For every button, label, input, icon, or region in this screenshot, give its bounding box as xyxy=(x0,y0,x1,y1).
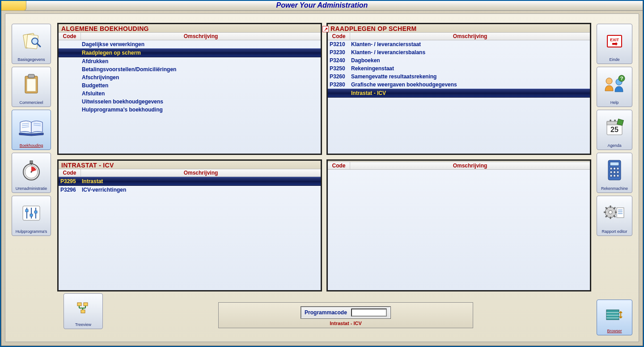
panel-intrastat-icv: INTRASTAT - ICV Code Omschrijving P3295I… xyxy=(57,159,322,291)
svg-point-16 xyxy=(30,171,32,172)
center-panels: ALGEMENE BOEKHOUDING Code Omschrijving D… xyxy=(57,23,591,291)
svg-line-53 xyxy=(614,215,615,217)
row-code xyxy=(328,90,350,97)
clipboard-icon xyxy=(13,69,50,99)
panel-raadplegen-op-scherm: ↗ RAADPLEGEN OP SCHERM Code Omschrijving… xyxy=(326,23,591,155)
column-headers: Code Omschrijving xyxy=(328,32,590,40)
list-row[interactable]: Afdrukken xyxy=(59,57,321,65)
svg-rect-68 xyxy=(606,310,619,320)
row-code: P3295 xyxy=(59,178,81,185)
panel-rows: Dagelijkse verwerkingenRaadplegen op sch… xyxy=(59,40,321,154)
svg-rect-40 xyxy=(617,167,619,170)
list-row[interactable]: Afschrijvingen xyxy=(59,73,321,81)
list-row[interactable]: Betalingsvoorstellen/Domiciliëringen xyxy=(59,65,321,73)
list-row[interactable]: Uitwisselen boekhoudgegevens xyxy=(59,98,321,106)
list-row[interactable]: P3240Dagboeken xyxy=(328,56,590,64)
row-desc: Intrastat - ICV xyxy=(350,90,590,97)
sidebar-btn-boekhouding[interactable]: Boekhouding xyxy=(12,110,51,150)
people-help-icon: ? xyxy=(598,69,631,99)
workarea: Basisgegevens Commercieel xyxy=(5,13,639,342)
svg-rect-38 xyxy=(610,167,612,170)
svg-rect-44 xyxy=(610,175,612,177)
row-code: P3260 xyxy=(328,73,350,80)
gear-report-icon xyxy=(598,198,631,228)
svg-rect-21 xyxy=(25,210,28,212)
list-row[interactable]: P3250Rekeningenstaat xyxy=(328,64,590,73)
row-desc: Betalingsvoorstellen/Domiciliëringen xyxy=(81,66,321,73)
sidebar-right: EXIT Einde ? Help xyxy=(597,24,632,236)
svg-text:25: 25 xyxy=(610,126,619,133)
app-window: Power Your Administration Basisgegevens xyxy=(1,1,643,346)
calculator-icon xyxy=(598,155,631,185)
list-row[interactable]: P3230Klanten- / leveranciersbalans xyxy=(328,48,590,56)
panel-title: RAADPLEGEN OP SCHERM xyxy=(328,24,590,32)
svg-point-26 xyxy=(606,78,612,84)
row-code: P3240 xyxy=(328,57,350,64)
row-code: P3296 xyxy=(59,186,81,193)
list-row[interactable]: P3296ICV-verrichtingen xyxy=(59,186,321,194)
svg-rect-41 xyxy=(610,171,612,173)
list-row[interactable]: Raadplegen op scherm xyxy=(59,48,321,57)
sidebar-label: Rapport editor xyxy=(602,229,627,234)
sidebar-btn-rekenmachine[interactable]: Rekenmachine xyxy=(597,153,632,193)
sidebar-btn-einde[interactable]: EXIT Einde xyxy=(597,24,632,64)
col-desc: Omschrijving xyxy=(350,162,590,169)
list-row[interactable]: Budgetten xyxy=(59,81,321,90)
sidebar-label: Einde xyxy=(609,57,619,62)
sidebar-btn-hulpprogrammas[interactable]: Hulpprogramma's xyxy=(12,196,51,236)
row-desc: Dagelijkse verwerkingen xyxy=(81,41,321,48)
svg-rect-32 xyxy=(617,119,624,126)
list-row[interactable]: Intrastat - ICV xyxy=(328,89,590,98)
row-code xyxy=(59,41,81,48)
browser-button[interactable]: Browser xyxy=(597,300,632,335)
row-desc: Budgetten xyxy=(81,82,321,89)
row-code: P3210 xyxy=(328,41,350,48)
row-code xyxy=(59,82,81,89)
svg-rect-46 xyxy=(617,175,619,177)
sidebar-btn-basisgegevens[interactable]: Basisgegevens xyxy=(12,24,51,64)
svg-line-3 xyxy=(37,43,40,47)
panel-rows: P3295IntrastatP3296ICV-verrichtingen xyxy=(59,177,321,290)
row-code xyxy=(59,98,81,105)
sidebar-btn-help[interactable]: ? Help xyxy=(597,67,632,107)
list-row[interactable]: Hulpprogramma's boekhouding xyxy=(59,106,321,114)
svg-rect-23 xyxy=(34,211,37,213)
sidebar-btn-commercieel[interactable]: Commercieel xyxy=(12,67,51,107)
svg-text:?: ? xyxy=(620,76,623,81)
programmacode-inner: Programmacode xyxy=(301,306,391,319)
sidebar-label: Rekenmachine xyxy=(601,186,628,191)
list-row[interactable]: Afsluiten xyxy=(59,90,321,98)
row-desc: Dagboeken xyxy=(350,57,590,64)
col-code: Code xyxy=(59,33,81,40)
row-code: P3230 xyxy=(328,49,350,56)
panel-rows xyxy=(328,170,590,290)
sidebar-btn-rapport-editor[interactable]: Rapport editor xyxy=(597,196,632,236)
col-desc: Omschrijving xyxy=(350,33,590,40)
programmacode-box: Programmacode Intrastat - ICV xyxy=(218,302,473,328)
sidebar-btn-urenadministratie[interactable]: Urenadministratie xyxy=(12,153,51,193)
treeview-button[interactable]: Treeview xyxy=(64,293,103,329)
orange-corner-tab[interactable] xyxy=(1,1,26,11)
sidebar-label: Agenda xyxy=(607,143,621,148)
sidebar-btn-agenda[interactable]: 25 Agenda xyxy=(597,110,632,150)
row-code xyxy=(59,106,81,113)
svg-rect-42 xyxy=(614,171,616,173)
row-desc: Hulpprogramma's boekhouding xyxy=(81,106,321,113)
svg-rect-37 xyxy=(610,162,619,166)
list-row[interactable]: P3295Intrastat xyxy=(59,177,321,186)
col-code: Code xyxy=(328,33,350,40)
list-row[interactable]: P3280Grafische weergaven boekhoudgegeven… xyxy=(328,81,590,89)
programmacode-input[interactable] xyxy=(351,308,387,317)
col-desc: Omschrijving xyxy=(81,33,321,40)
open-book-icon xyxy=(13,112,50,142)
row-code xyxy=(59,90,81,97)
list-row[interactable]: P3260Samengevatte resultaatsrekening xyxy=(328,73,590,81)
svg-rect-22 xyxy=(30,214,33,216)
list-row[interactable]: Dagelijkse verwerkingen xyxy=(59,40,321,48)
row-desc: Samengevatte resultaatsrekening xyxy=(350,73,590,80)
sidebar-label: Commercieel xyxy=(19,100,43,105)
list-row[interactable]: P3210Klanten- / leveranciersstaat xyxy=(328,40,590,48)
panel-algemene-boekhouding: ALGEMENE BOEKHOUDING Code Omschrijving D… xyxy=(57,23,322,155)
panel-title: INTRASTAT - ICV xyxy=(59,161,321,169)
panel-title: ALGEMENE BOEKHOUDING xyxy=(59,24,321,32)
